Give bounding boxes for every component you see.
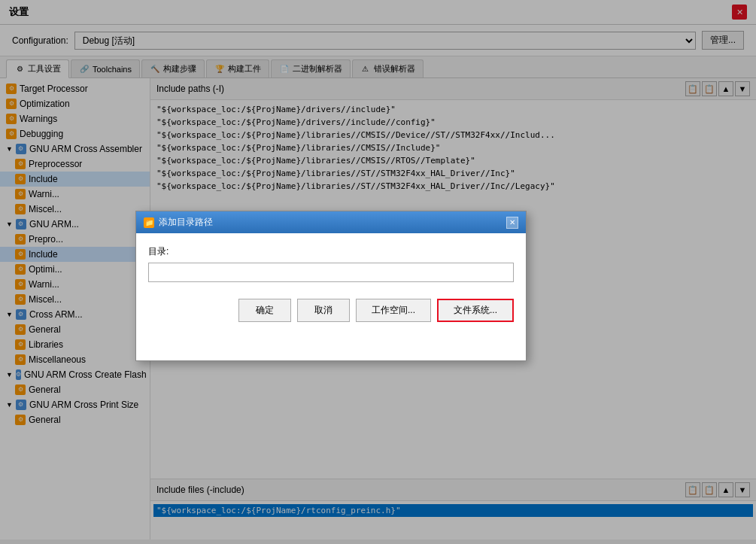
dialog-buttons: 确定 取消 工作空间... 文件系统... [136, 291, 526, 333]
dialog-titlebar: 📁 添加目录路径 ✕ [136, 211, 526, 233]
dir-label: 目录: [148, 245, 514, 258]
dialog-title-icon: 📁 [144, 217, 154, 228]
dialog-close-button[interactable]: ✕ [506, 217, 518, 229]
modal-overlay: 📁 添加目录路径 ✕ 目录: 确定 取消 工作空间... 文件系统... [0, 0, 756, 544]
ok-button[interactable]: 确定 [238, 299, 291, 322]
dir-input[interactable] [148, 263, 514, 282]
cancel-button[interactable]: 取消 [297, 299, 350, 322]
add-directory-dialog: 📁 添加目录路径 ✕ 目录: 确定 取消 工作空间... 文件系统... [135, 211, 527, 361]
dialog-title-text: 添加目录路径 [159, 216, 213, 229]
filesystem-button[interactable]: 文件系统... [437, 299, 514, 322]
dialog-body: 目录: [136, 233, 526, 291]
dialog-title-left: 📁 添加目录路径 [144, 216, 213, 229]
workspace-button[interactable]: 工作空间... [356, 299, 431, 322]
